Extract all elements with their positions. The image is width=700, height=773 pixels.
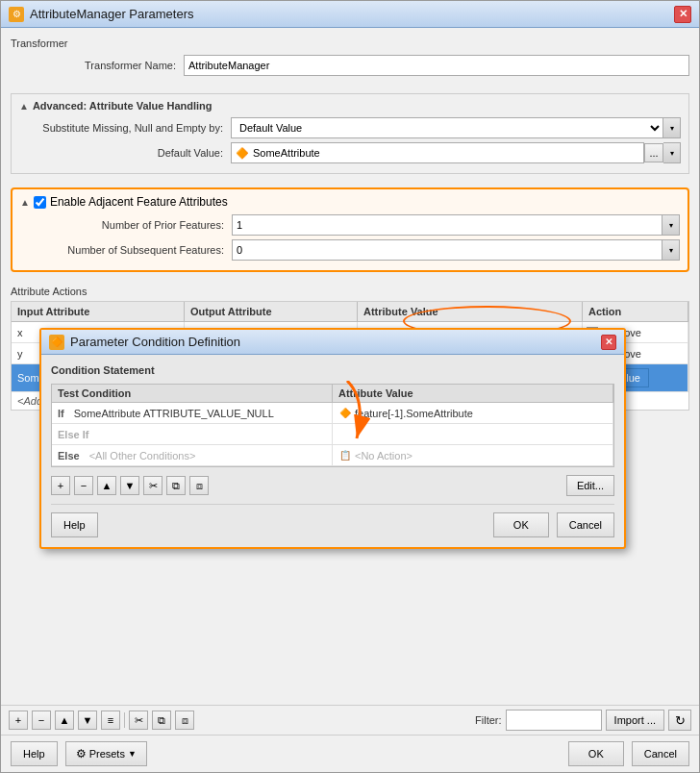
modal-content: Condition Statement Test Condition Attri… <box>41 355 624 547</box>
window-title: AttributeManager Parameters <box>30 7 194 21</box>
prior-dropdown-btn[interactable]: ▾ <box>662 214 680 236</box>
sort-btn[interactable]: ≡ <box>101 711 120 730</box>
add-row-btn[interactable]: + <box>9 711 28 730</box>
remove-row-btn[interactable]: − <box>32 711 51 730</box>
if-value-icon: 🔶 <box>338 407 351 419</box>
substitute-row: Substitute Missing, Null and Empty by: D… <box>19 117 681 138</box>
modal-down-btn[interactable]: ▼ <box>120 476 139 495</box>
presets-label: Presets <box>89 748 125 760</box>
modal-help-btn[interactable]: Help <box>51 512 98 537</box>
cond-else-value: 📋 <No Action> <box>333 445 613 465</box>
title-bar: ⚙ AttributeManager Parameters ✕ <box>1 1 699 28</box>
transformer-name-row: Transformer Name: <box>11 55 689 76</box>
default-value-label: Default Value: <box>19 147 231 159</box>
if-value-text: feature[-1].SomeAttribute <box>355 408 473 419</box>
table-header-row: Input Attribute Output Attribute Attribu… <box>12 302 688 322</box>
default-value-icon: 🔶 <box>236 147 249 160</box>
modal-parameter-condition: 🔶 Parameter Condition Definition ✕ Condi… <box>39 328 626 549</box>
toolbar-divider <box>124 712 125 728</box>
move-up-btn[interactable]: ▲ <box>55 711 74 730</box>
presets-btn[interactable]: ⚙ Presets ▼ <box>65 741 147 766</box>
adjacent-collapse-icon: ▲ <box>20 197 30 208</box>
substitute-select[interactable]: Default Value <box>231 117 663 138</box>
footer: Help ⚙ Presets ▼ OK Cancel <box>1 735 699 772</box>
cancel-btn[interactable]: Cancel <box>632 741 689 766</box>
prior-features-row: Number of Prior Features: ▾ <box>20 214 680 236</box>
modal-footer: Help OK Cancel <box>51 504 614 537</box>
cond-elseif-value <box>333 424 613 444</box>
import-btn[interactable]: Import ... <box>606 710 664 731</box>
adjacent-header: Enable Adjacent Feature Attributes <box>50 195 228 209</box>
col-input-header: Input Attribute <box>12 302 185 321</box>
cond-if-condition: If SomeAttribute ATTRIBUTE_VALUE_NULL <box>52 403 333 423</box>
modal-edit-btn[interactable]: Edit... <box>566 475 614 496</box>
condition-row-else[interactable]: Else <All Other Conditions> 📋 <No Action… <box>52 445 613 466</box>
adjacent-checkbox[interactable] <box>34 196 46 209</box>
else-label: Else <box>58 450 86 461</box>
default-value-row: Default Value: 🔶 SomeAttribute ... ▾ <box>19 142 681 163</box>
modal-title-text: Parameter Condition Definition <box>70 335 240 349</box>
help-btn[interactable]: Help <box>11 741 58 766</box>
modal-copy-btn[interactable]: ⧉ <box>166 476 186 495</box>
default-value-dropdown-btn[interactable]: ▾ <box>663 142 681 163</box>
col-value-header: Attribute Value <box>358 302 583 321</box>
modal-title-icon: 🔶 <box>49 335 64 350</box>
substitute-dropdown-btn[interactable]: ▾ <box>663 117 681 138</box>
subsequent-label: Number of Subsequent Features: <box>20 244 232 256</box>
advanced-header: ▲ Advanced: Attribute Value Handling <box>19 100 681 112</box>
modal-paste-btn[interactable]: ⧈ <box>189 476 209 495</box>
transformer-name-input[interactable] <box>184 55 689 76</box>
attribute-actions-header: Attribute Actions <box>11 286 689 297</box>
else-value-icon: 📋 <box>338 449 351 461</box>
modal-remove-btn[interactable]: − <box>74 476 93 495</box>
else-condition-text: <All Other Conditions> <box>89 450 196 461</box>
modal-ok-btn[interactable]: OK <box>493 512 549 537</box>
condition-row-if[interactable]: If SomeAttribute ATTRIBUTE_VALUE_NULL 🔶 … <box>52 403 613 424</box>
subsequent-dropdown-btn[interactable]: ▾ <box>662 239 680 261</box>
main-window: ⚙ AttributeManager Parameters ✕ Transfor… <box>0 0 700 773</box>
default-value-dots-btn[interactable]: ... <box>644 143 663 162</box>
cond-else-condition: Else <All Other Conditions> <box>52 445 333 465</box>
col-output-header: Output Attribute <box>185 302 358 321</box>
substitute-label: Substitute Missing, Null and Empty by: <box>19 122 231 134</box>
transformer-label: Transformer <box>11 37 689 49</box>
subsequent-features-row: Number of Subsequent Features: ▾ <box>20 239 680 261</box>
modal-up-btn[interactable]: ▲ <box>97 476 116 495</box>
modal-cut-btn[interactable]: ✂ <box>143 476 162 495</box>
cond-elseif-condition: Else If <box>52 424 333 444</box>
paste-btn[interactable]: ⧈ <box>175 711 194 730</box>
modal-cancel-btn[interactable]: Cancel <box>557 512 614 537</box>
default-value-text: SomeAttribute <box>253 147 320 159</box>
subsequent-input[interactable] <box>232 239 662 261</box>
move-down-btn[interactable]: ▼ <box>78 711 97 730</box>
presets-arrow-icon: ▼ <box>128 749 137 759</box>
cond-col2-header: Attribute Value <box>333 385 613 402</box>
collapse-arrow-icon: ▲ <box>19 101 29 112</box>
else-value-text: <No Action> <box>355 450 412 461</box>
adjacent-checkbox-row: ▲ Enable Adjacent Feature Attributes <box>20 195 680 209</box>
bottom-toolbar: + − ▲ ▼ ≡ ✂ ⧉ ⧈ Filter: Import ... ↻ <box>1 705 699 735</box>
condition-table: Test Condition Attribute Value If SomeAt… <box>51 384 614 467</box>
presets-icon: ⚙ <box>76 747 87 761</box>
if-condition-text: SomeAttribute ATTRIBUTE_VALUE_NULL <box>74 408 274 419</box>
adjacent-section: ▲ Enable Adjacent Feature Attributes Num… <box>11 187 689 272</box>
prior-label: Number of Prior Features: <box>20 219 232 231</box>
condition-row-else-if[interactable]: Else If <box>52 424 613 445</box>
filter-label: Filter: <box>475 714 502 726</box>
cond-col1-header: Test Condition <box>52 385 333 402</box>
window-close-button[interactable]: ✕ <box>674 6 691 23</box>
refresh-btn[interactable]: ↻ <box>668 710 691 731</box>
condition-section-label: Condition Statement <box>51 364 614 376</box>
window-icon: ⚙ <box>9 7 24 22</box>
filter-input[interactable] <box>506 710 602 731</box>
ok-btn[interactable]: OK <box>568 741 624 766</box>
copy-btn[interactable]: ⧉ <box>152 711 171 730</box>
condition-table-header: Test Condition Attribute Value <box>52 385 613 403</box>
modal-add-btn[interactable]: + <box>51 476 70 495</box>
cond-if-value: 🔶 feature[-1].SomeAttribute <box>333 403 613 423</box>
modal-toolbar: + − ▲ ▼ ✂ ⧉ ⧈ Edit... <box>51 475 614 496</box>
modal-close-btn[interactable]: ✕ <box>601 335 616 350</box>
prior-input[interactable] <box>232 214 662 236</box>
cut-btn[interactable]: ✂ <box>129 711 148 730</box>
if-label: If <box>58 408 70 419</box>
